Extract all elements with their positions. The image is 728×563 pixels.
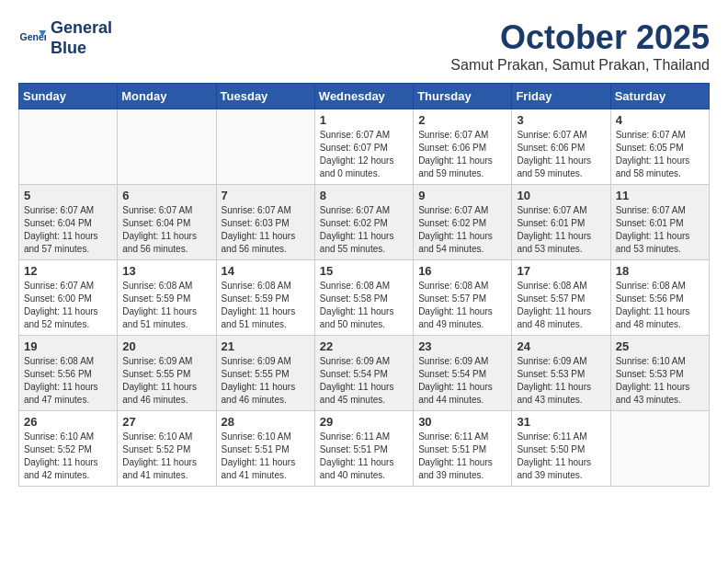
- day-info: Sunrise: 6:10 AM Sunset: 5:52 PM Dayligh…: [122, 431, 210, 482]
- day-info: Sunrise: 6:07 AM Sunset: 6:01 PM Dayligh…: [517, 204, 605, 256]
- calendar-table: SundayMondayTuesdayWednesdayThursdayFrid…: [18, 83, 710, 487]
- day-info: Sunrise: 6:08 AM Sunset: 5:59 PM Dayligh…: [222, 280, 310, 331]
- day-number: 8: [320, 189, 408, 202]
- day-number: 10: [517, 189, 605, 202]
- day-number: 15: [320, 264, 408, 278]
- weekday-header: Wednesday: [314, 84, 413, 109]
- month-title: October 2025: [450, 18, 710, 57]
- calendar-day-cell: [216, 109, 314, 185]
- day-info: Sunrise: 6:07 AM Sunset: 6:03 PM Dayligh…: [222, 204, 310, 256]
- calendar-day-cell: 6Sunrise: 6:07 AM Sunset: 6:04 PM Daylig…: [118, 185, 216, 260]
- calendar-day-cell: 27Sunrise: 6:10 AM Sunset: 5:52 PM Dayli…: [118, 411, 216, 487]
- calendar-week-row: 26Sunrise: 6:10 AM Sunset: 5:52 PM Dayli…: [19, 411, 710, 487]
- calendar-day-cell: 31Sunrise: 6:11 AM Sunset: 5:50 PM Dayli…: [512, 411, 610, 487]
- calendar-day-cell: 15Sunrise: 6:08 AM Sunset: 5:58 PM Dayli…: [314, 260, 413, 336]
- day-number: 22: [320, 339, 408, 353]
- weekday-header: Thursday: [414, 84, 512, 109]
- weekday-header: Tuesday: [216, 84, 314, 109]
- calendar-week-row: 12Sunrise: 6:07 AM Sunset: 6:00 PM Dayli…: [19, 260, 710, 336]
- day-number: 6: [122, 189, 210, 202]
- calendar-day-cell: 8Sunrise: 6:07 AM Sunset: 6:02 PM Daylig…: [314, 185, 413, 260]
- day-info: Sunrise: 6:07 AM Sunset: 6:04 PM Dayligh…: [122, 204, 210, 256]
- logo: General General Blue: [18, 18, 112, 58]
- calendar-day-cell: 28Sunrise: 6:10 AM Sunset: 5:51 PM Dayli…: [216, 411, 314, 487]
- calendar-day-cell: 1Sunrise: 6:07 AM Sunset: 6:07 PM Daylig…: [314, 109, 413, 185]
- calendar-day-cell: 20Sunrise: 6:09 AM Sunset: 5:55 PM Dayli…: [118, 336, 216, 411]
- calendar-day-cell: 29Sunrise: 6:11 AM Sunset: 5:51 PM Dayli…: [314, 411, 413, 487]
- day-info: Sunrise: 6:09 AM Sunset: 5:55 PM Dayligh…: [222, 355, 310, 407]
- calendar-day-cell: 26Sunrise: 6:10 AM Sunset: 5:52 PM Dayli…: [19, 411, 118, 487]
- logo-icon: General: [18, 25, 46, 52]
- calendar-day-cell: 11Sunrise: 6:07 AM Sunset: 6:01 PM Dayli…: [610, 185, 709, 260]
- weekday-header: Friday: [512, 84, 610, 109]
- weekday-header: Saturday: [610, 84, 709, 109]
- day-number: 11: [616, 189, 704, 202]
- day-info: Sunrise: 6:10 AM Sunset: 5:52 PM Dayligh…: [24, 431, 112, 482]
- day-info: Sunrise: 6:07 AM Sunset: 6:02 PM Dayligh…: [418, 204, 506, 256]
- calendar-day-cell: 2Sunrise: 6:07 AM Sunset: 6:06 PM Daylig…: [414, 109, 512, 185]
- day-info: Sunrise: 6:10 AM Sunset: 5:53 PM Dayligh…: [616, 355, 704, 407]
- day-number: 7: [222, 189, 310, 202]
- day-number: 14: [222, 264, 310, 278]
- calendar-day-cell: [19, 109, 118, 185]
- day-number: 24: [517, 339, 605, 353]
- day-info: Sunrise: 6:10 AM Sunset: 5:51 PM Dayligh…: [222, 431, 310, 482]
- day-info: Sunrise: 6:08 AM Sunset: 5:57 PM Dayligh…: [418, 280, 506, 331]
- day-info: Sunrise: 6:07 AM Sunset: 6:06 PM Dayligh…: [517, 129, 605, 180]
- calendar-day-cell: 24Sunrise: 6:09 AM Sunset: 5:53 PM Dayli…: [512, 336, 610, 411]
- day-info: Sunrise: 6:11 AM Sunset: 5:51 PM Dayligh…: [418, 431, 506, 482]
- day-number: 1: [320, 113, 408, 127]
- day-number: 18: [616, 264, 704, 278]
- calendar-day-cell: 13Sunrise: 6:08 AM Sunset: 5:59 PM Dayli…: [118, 260, 216, 336]
- day-number: 23: [418, 339, 506, 353]
- day-info: Sunrise: 6:07 AM Sunset: 6:00 PM Dayligh…: [24, 280, 112, 331]
- calendar-day-cell: 12Sunrise: 6:07 AM Sunset: 6:00 PM Dayli…: [19, 260, 118, 336]
- calendar-week-row: 1Sunrise: 6:07 AM Sunset: 6:07 PM Daylig…: [19, 109, 710, 185]
- day-info: Sunrise: 6:08 AM Sunset: 5:59 PM Dayligh…: [122, 280, 210, 331]
- day-number: 28: [222, 415, 310, 429]
- day-info: Sunrise: 6:09 AM Sunset: 5:55 PM Dayligh…: [122, 355, 210, 407]
- day-info: Sunrise: 6:09 AM Sunset: 5:54 PM Dayligh…: [320, 355, 408, 407]
- day-number: 25: [616, 339, 704, 353]
- calendar-week-row: 5Sunrise: 6:07 AM Sunset: 6:04 PM Daylig…: [19, 185, 710, 260]
- day-number: 17: [517, 264, 605, 278]
- weekday-header: Sunday: [19, 84, 118, 109]
- day-number: 5: [24, 189, 112, 202]
- day-number: 13: [122, 264, 210, 278]
- day-info: Sunrise: 6:07 AM Sunset: 6:02 PM Dayligh…: [320, 204, 408, 256]
- calendar-day-cell: 4Sunrise: 6:07 AM Sunset: 6:05 PM Daylig…: [610, 109, 709, 185]
- day-number: 4: [616, 113, 704, 127]
- day-number: 12: [24, 264, 112, 278]
- calendar-day-cell: 7Sunrise: 6:07 AM Sunset: 6:03 PM Daylig…: [216, 185, 314, 260]
- day-info: Sunrise: 6:11 AM Sunset: 5:51 PM Dayligh…: [320, 431, 408, 482]
- day-number: 19: [24, 339, 112, 353]
- calendar-day-cell: 21Sunrise: 6:09 AM Sunset: 5:55 PM Dayli…: [216, 336, 314, 411]
- calendar-day-cell: 18Sunrise: 6:08 AM Sunset: 5:56 PM Dayli…: [610, 260, 709, 336]
- calendar-week-row: 19Sunrise: 6:08 AM Sunset: 5:56 PM Dayli…: [19, 336, 710, 411]
- day-info: Sunrise: 6:11 AM Sunset: 5:50 PM Dayligh…: [517, 431, 605, 482]
- day-info: Sunrise: 6:09 AM Sunset: 5:54 PM Dayligh…: [418, 355, 506, 407]
- title-section: October 2025 Samut Prakan, Samut Prakan,…: [450, 18, 710, 74]
- day-number: 9: [418, 189, 506, 202]
- calendar-day-cell: 9Sunrise: 6:07 AM Sunset: 6:02 PM Daylig…: [414, 185, 512, 260]
- day-number: 21: [222, 339, 310, 353]
- day-info: Sunrise: 6:07 AM Sunset: 6:01 PM Dayligh…: [616, 204, 704, 256]
- day-number: 31: [517, 415, 605, 429]
- day-number: 20: [122, 339, 210, 353]
- day-info: Sunrise: 6:07 AM Sunset: 6:06 PM Dayligh…: [418, 129, 506, 180]
- calendar-day-cell: 16Sunrise: 6:08 AM Sunset: 5:57 PM Dayli…: [414, 260, 512, 336]
- calendar-day-cell: 22Sunrise: 6:09 AM Sunset: 5:54 PM Dayli…: [314, 336, 413, 411]
- calendar-day-cell: 10Sunrise: 6:07 AM Sunset: 6:01 PM Dayli…: [512, 185, 610, 260]
- calendar-day-cell: 17Sunrise: 6:08 AM Sunset: 5:57 PM Dayli…: [512, 260, 610, 336]
- day-number: 26: [24, 415, 112, 429]
- day-info: Sunrise: 6:07 AM Sunset: 6:05 PM Dayligh…: [616, 129, 704, 180]
- day-number: 2: [418, 113, 506, 127]
- calendar-day-cell: 5Sunrise: 6:07 AM Sunset: 6:04 PM Daylig…: [19, 185, 118, 260]
- calendar-day-cell: 23Sunrise: 6:09 AM Sunset: 5:54 PM Dayli…: [414, 336, 512, 411]
- calendar-day-cell: [118, 109, 216, 185]
- calendar-day-cell: [610, 411, 709, 487]
- day-info: Sunrise: 6:08 AM Sunset: 5:56 PM Dayligh…: [24, 355, 112, 407]
- weekday-header: Monday: [118, 84, 216, 109]
- day-number: 27: [122, 415, 210, 429]
- day-info: Sunrise: 6:08 AM Sunset: 5:57 PM Dayligh…: [517, 280, 605, 331]
